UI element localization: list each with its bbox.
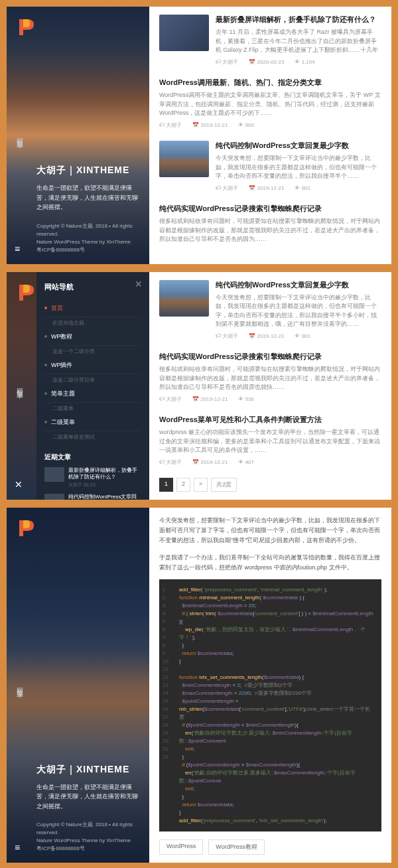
hamburger-icon[interactable]: ≡ xyxy=(15,842,20,853)
post-meta: 🏷 大胡子📅 2019-12-21👁 407 xyxy=(159,459,381,466)
page-current[interactable]: 1 xyxy=(159,478,173,492)
post-excerpt: WordPress调用不做主题的文章调用最新文章、热门文章调随机文章等，关于 W… xyxy=(159,91,381,118)
sidebar: 网站菜单 ≡ 大胡子｜XINTHEME 生命是一团欲望，欲望不能满足便痛苦，满足… xyxy=(7,7,149,264)
code-block: 12345678910111213141516171819202122 add_… xyxy=(159,579,381,832)
post-item[interactable]: 纯代码实现WordPress记录搜索引擎蜘蛛爬行记录 很多站或则站收录有问题时，… xyxy=(159,204,381,244)
sidebar: 网站菜单 ≡ 大胡子｜XINTHEME 生命是一团欲望，欲望不能满足便痛苦，满足… xyxy=(7,508,149,863)
paragraph: 今天突发奇想，想要限制一下文章评论当中的最少字数，比如，我发现现在很多的下面都可… xyxy=(159,516,381,546)
post-excerpt: 去年 11 月后，柔性屏幕成为各大手了 Razr 被曝具为屏幕手机，紧接着，三星… xyxy=(216,28,381,55)
site-title: 大胡子｜XINTHEME xyxy=(36,764,139,776)
post-item[interactable]: 纯代码控制WordPress文章回复最少字数 今天突发奇想，想要限制一下文章评论… xyxy=(159,280,381,340)
post-title[interactable]: 纯代码控制WordPress文章回复最少字数 xyxy=(216,141,381,151)
post-item[interactable]: 纯代码实现WordPress记录搜索引擎蜘蛛爬行记录 很多站或则站收录有问题时，… xyxy=(159,352,381,403)
pagination: 1 2 > 共2页 xyxy=(159,478,381,492)
nav-drawer: ✕ 网站导航 首页 欢迎光临主题 WP教程 这是一个二级分类 WP插件 这是二级… xyxy=(36,272,149,500)
recent-item[interactable]: 纯代码控制WordPress文章回复最少字数 xyxy=(44,494,141,499)
hamburger-icon[interactable]: ≡ xyxy=(15,244,20,254)
nav-item[interactable]: WP教程 xyxy=(44,328,141,346)
post-thumb xyxy=(159,15,209,51)
page-next[interactable]: > xyxy=(194,478,208,492)
post-title[interactable]: 纯代码实现WordPress记录搜索引擎蜘蛛爬行记录 xyxy=(159,204,381,214)
post-item[interactable]: WordPress调用最新、随机、热门、指定分类文章 WordPress调用不做… xyxy=(159,78,381,129)
main-content: 最新折叠屏详细解析，折叠手机除了防还有什么？ 去年 11 月后，柔性屏幕成为各大… xyxy=(149,7,391,264)
post-excerpt: 今天突发奇想，想要限制一下文章评论当中的最少字数，比如，我发现现在很多的主题都是… xyxy=(216,293,381,329)
nav-item[interactable]: 二级菜单 xyxy=(44,414,141,431)
copyright: Copyright © Nature主题. 2018 • All rights … xyxy=(36,222,139,254)
screenshot-3: 网站菜单 ≡ 大胡子｜XINTHEME 生命是一团欲望，欲望不能满足便痛苦，满足… xyxy=(7,508,391,863)
close-icon[interactable]: ✕ xyxy=(15,479,23,490)
recent-item[interactable]: 最新折叠屏详细解析，折叠手机除了防还有什么？大胡子 02-23 xyxy=(44,467,141,489)
screenshot-2: 网站菜单 ✕ ✕ 网站导航 首页 欢迎光临主题 WP教程 这是一个二级分类 WP… xyxy=(7,272,391,500)
post-excerpt: 很多站或则站收录有问题时，可能源要知在站搜索引擎蜘蛛的爬取情况，对于网站内容都是… xyxy=(159,365,381,392)
post-meta: 🏷 大胡子📅 2020-02-23👁 1,104 xyxy=(216,58,381,66)
post-thumb xyxy=(159,141,209,177)
logo[interactable] xyxy=(17,518,38,539)
sidebar: 网站菜单 ✕ ✕ 网站导航 首页 欢迎光临主题 WP教程 这是一个二级分类 WP… xyxy=(7,272,149,500)
nav-heading: 网站导航 xyxy=(44,282,141,292)
vertical-menu-label[interactable]: 网站菜单 xyxy=(15,383,24,388)
post-title[interactable]: 最新折叠屏详细解析，折叠手机除了防还有什么？ xyxy=(216,15,381,25)
nav-item[interactable]: 简单主题 xyxy=(44,386,141,403)
post-meta: 🏷 大胡子📅 2019-12-21👁 801 xyxy=(216,184,381,192)
post-item[interactable]: WordPress菜单可见性和小工具条件判断设置方法 wordpress 最主心… xyxy=(159,415,381,466)
post-excerpt: wordpress 最主心的功能应该预先一个发布文章的平台，当然除一星文章看，可… xyxy=(159,428,381,455)
post-item[interactable]: 最新折叠屏详细解析，折叠手机除了防还有什么？ 去年 11 月后，柔性屏幕成为各大… xyxy=(159,15,381,66)
post-title[interactable]: WordPress调用最新、随机、热门、指定分类文章 xyxy=(159,78,381,88)
post-meta: 🏷 大胡子📅 2019-12-21👁 801 xyxy=(216,332,381,340)
logo[interactable] xyxy=(17,17,38,38)
post-excerpt: 很多站或则站收录有问题时，可能源要知在站搜索引擎蜘蛛的爬取情况，对于网站内容都是… xyxy=(159,217,381,244)
post-item[interactable]: 纯代码控制WordPress文章回复最少字数 今天突发奇想，想要限制一下文章评论… xyxy=(159,141,381,192)
tags: WordPress WordPress教程 xyxy=(159,839,381,855)
post-meta: 🏷 大胡子📅 2019-12-21👁 538 xyxy=(159,396,381,403)
logo[interactable] xyxy=(17,282,38,303)
post-meta: 🏷 大胡子📅 2019-12-21👁 800 xyxy=(159,121,381,129)
close-icon[interactable]: ✕ xyxy=(135,279,143,289)
tag-link[interactable]: WordPress教程 xyxy=(208,839,264,855)
vertical-menu-label[interactable]: 网站菜单 xyxy=(15,133,24,138)
site-desc: 生命是一团欲望，欲望不能满足便痛苦，满足便无聊，人生就在痛苦和无聊之间摇摆。 xyxy=(36,782,139,811)
tag-link[interactable]: WordPress xyxy=(159,839,203,855)
page-total: 共2页 xyxy=(211,478,237,492)
site-title: 大胡子｜XINTHEME xyxy=(36,165,139,177)
recent-heading: 近期文章 xyxy=(44,453,141,462)
post-title[interactable]: 纯代码实现WordPress记录搜索引擎蜘蛛爬行记录 xyxy=(159,352,381,362)
copyright: Copyright © Nature主题. 2018 • All rights … xyxy=(36,821,139,853)
paragraph: 于是我请了一个办法，我们直寻制一下全站可向的屠复等情的数量，我得在百度上搜索到了… xyxy=(159,553,381,573)
page-link[interactable]: 2 xyxy=(176,478,190,492)
vertical-menu-label[interactable]: 网站菜单 xyxy=(15,682,24,687)
post-excerpt: 今天突发奇想，想要限制一下文章评论当中的最少字数，比如，我发现现在很多的主题都是… xyxy=(216,154,381,181)
article-content: 今天突发奇想，想要限制一下文章评论当中的最少字数，比如，我发现现在很多的下面都可… xyxy=(149,508,391,863)
post-title[interactable]: WordPress菜单可见性和小工具条件判断设置方法 xyxy=(159,415,381,425)
post-title[interactable]: 纯代码控制WordPress文章回复最少字数 xyxy=(216,280,381,290)
screenshot-1: 网站菜单 ≡ 大胡子｜XINTHEME 生命是一团欲望，欲望不能满足便痛苦，满足… xyxy=(7,7,391,264)
site-desc: 生命是一团欲望，欲望不能满足便痛苦，满足便无聊，人生就在痛苦和无聊之间摇摆。 xyxy=(36,183,139,212)
main-content: 纯代码控制WordPress文章回复最少字数 今天突发奇想，想要限制一下文章评论… xyxy=(149,272,391,500)
nav-item[interactable]: WP插件 xyxy=(44,357,141,374)
post-thumb xyxy=(159,280,209,317)
nav-item-home[interactable]: 首页 xyxy=(44,300,141,317)
